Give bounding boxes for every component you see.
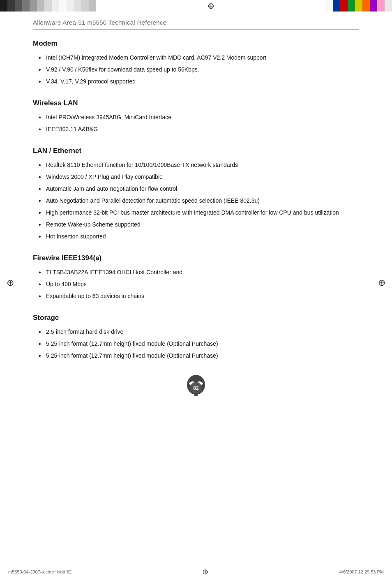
list-item: 2.5-inch format hard disk drive (33, 328, 359, 336)
left-registration-mark: ⊕ (7, 277, 14, 288)
list-item: High performance 32-bit PCI bus master a… (33, 208, 359, 217)
section-heading-firewire: Firewire IEEE1394(a) (33, 254, 359, 262)
list-item: Hot Insertion supported (33, 232, 359, 241)
list-item: Windows 2000 / XP Plug and Play compatib… (33, 173, 359, 181)
list-item: Auto Negotiation and Parallel detection … (33, 197, 359, 205)
firewire-bullet-list: TI TSB43AB22A IEEE1394 OHCI Host Control… (33, 268, 359, 301)
list-item: V.34, V.17, V.29 protocol supported (33, 77, 359, 86)
document-title: Alienware Area-51 m5550 Technical Refere… (33, 19, 359, 30)
section-storage: Storage 2.5-inch format hard disk drive … (33, 314, 359, 360)
color-strip-right (325, 0, 392, 12)
page-badge: 82 (184, 373, 208, 402)
page-content: Alienware Area-51 m5550 Technical Refere… (0, 12, 392, 439)
list-item: Automatic Jam and auto-negotiation for f… (33, 185, 359, 193)
top-center-registration-mark: ⊕ (208, 1, 214, 11)
alienware-logo: 82 (184, 373, 208, 402)
bottom-bar: m5550-04-2007-techref.indd 82 ⊕ 4/6/2007… (0, 565, 392, 578)
bottom-registration-mark: ⊕ (202, 567, 208, 576)
bottom-file-info-left: m5550-04-2007-techref.indd 82 (8, 569, 71, 574)
color-strip-left (0, 0, 96, 12)
section-lan-ethernet: LAN / Ethernet Realtek 8110 Ethernet fun… (33, 147, 359, 241)
list-item: Remote Wake-up Scheme supported (33, 220, 359, 229)
list-item: Realtek 8110 Ethernet function for 10/10… (33, 161, 359, 169)
modem-bullet-list: Intel (ICH7M) integrated Modem Controlle… (33, 53, 359, 86)
section-heading-storage: Storage (33, 314, 359, 322)
svg-rect-4 (194, 394, 198, 396)
list-item: 5.25-inch format (12.7mm height) fixed m… (33, 340, 359, 348)
list-item: Intel PRO/Wireless 3945ABG, MiniCard Int… (33, 113, 359, 122)
storage-bullet-list: 2.5-inch format hard disk drive 5.25-inc… (33, 328, 359, 360)
svg-text:82: 82 (193, 385, 199, 391)
wireless-lan-bullet-list: Intel PRO/Wireless 3945ABG, MiniCard Int… (33, 113, 359, 134)
section-heading-wireless-lan: Wireless LAN (33, 99, 359, 107)
list-item: Up to 400 Mbps (33, 280, 359, 289)
bottom-center-marks: ⊕ (202, 567, 208, 576)
page-badge-container: 82 (33, 373, 359, 402)
section-heading-lan-ethernet: LAN / Ethernet (33, 147, 359, 155)
list-item: IEEE802.11 A&B&G (33, 125, 359, 134)
section-modem: Modem Intel (ICH7M) integrated Modem Con… (33, 39, 359, 86)
top-color-bar: ⊕ (0, 0, 392, 12)
list-item: Expandable up to 63 devices in chains (33, 292, 359, 301)
list-item: Intel (ICH7M) integrated Modem Controlle… (33, 53, 359, 62)
list-item: 5.25-inch format (12.7mm height) fixed m… (33, 351, 359, 360)
bottom-file-info-right: 4/6/2007 12:29:53 PM (339, 569, 384, 574)
section-heading-modem: Modem (33, 39, 359, 48)
lan-ethernet-bullet-list: Realtek 8110 Ethernet function for 10/10… (33, 161, 359, 241)
list-item: TI TSB43AB22A IEEE1394 OHCI Host Control… (33, 268, 359, 277)
section-firewire: Firewire IEEE1394(a) TI TSB43AB22A IEEE1… (33, 254, 359, 301)
list-item: V.92 / V.90 / K56flex for download data … (33, 65, 359, 74)
section-wireless-lan: Wireless LAN Intel PRO/Wireless 3945ABG,… (33, 99, 359, 134)
right-registration-mark: ⊕ (378, 277, 385, 288)
